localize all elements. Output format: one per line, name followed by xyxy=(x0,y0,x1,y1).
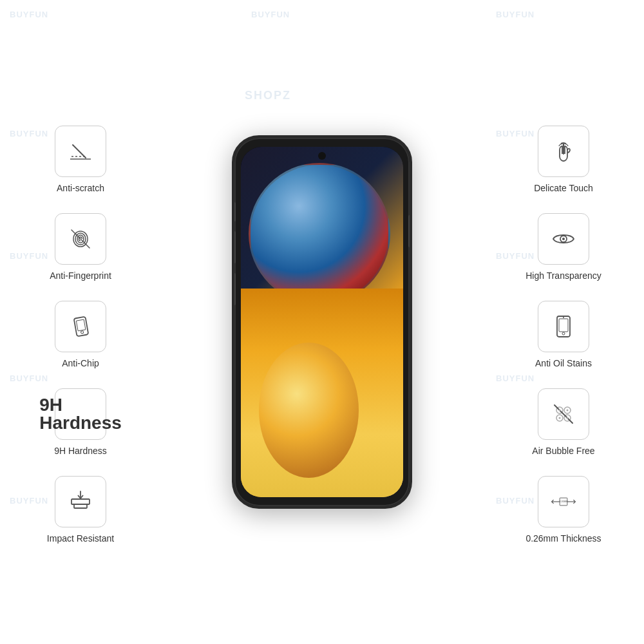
thickness-label: 0.26mm Thickness xyxy=(526,533,601,544)
svg-rect-5 xyxy=(76,319,86,331)
svg-rect-8 xyxy=(74,504,87,508)
high-transparency-label: High Transparency xyxy=(526,270,601,281)
watermark: BUYFUN xyxy=(251,10,290,19)
features-right: Delicate Touch High Transparency xyxy=(502,100,644,545)
anti-oil-stains-label: Anti Oil Stains xyxy=(535,357,592,369)
features-left: Anti-scratch Anti-Fingerp xyxy=(0,100,142,545)
phone-stain-icon xyxy=(549,312,578,341)
anti-fingerprint-icon-box xyxy=(55,213,106,265)
impact-icon-box xyxy=(55,476,106,527)
9h-text: 9H Hardness xyxy=(39,396,122,432)
delicate-touch-label: Delicate Touch xyxy=(534,182,593,194)
anti-chip-label: Anti-Chip xyxy=(62,357,99,369)
feature-impact-resistant: Impact Resistant xyxy=(19,476,142,544)
screen-circle xyxy=(249,163,390,305)
delicate-touch-icon-box xyxy=(538,126,589,177)
bubble-icon xyxy=(549,400,578,428)
svg-point-21 xyxy=(559,410,561,412)
chip-icon xyxy=(66,312,95,341)
svg-point-22 xyxy=(567,410,569,412)
phone-center xyxy=(142,135,502,509)
svg-point-23 xyxy=(559,417,561,419)
feature-delicate-touch: Delicate Touch xyxy=(502,126,625,194)
svg-point-6 xyxy=(80,330,84,334)
scratch-icon xyxy=(66,137,95,166)
air-bubble-free-label: Air Bubble Free xyxy=(532,445,594,457)
anti-scratch-icon-box xyxy=(55,126,106,177)
9h-icon-box: 9H Hardness xyxy=(55,388,106,440)
touch-icon xyxy=(549,137,578,166)
feature-high-transparency: High Transparency xyxy=(502,213,625,281)
svg-rect-7 xyxy=(71,499,90,504)
screen-background xyxy=(241,147,403,497)
feature-anti-oil-stains: Anti Oil Stains xyxy=(502,301,625,369)
feature-thickness: 0.26MM 0.26mm Thickness xyxy=(502,476,625,544)
svg-point-14 xyxy=(563,317,564,318)
thickness-svg-icon: 0.26MM xyxy=(549,488,578,516)
svg-rect-13 xyxy=(559,319,568,332)
watermark: BUYFUN xyxy=(10,10,48,19)
svg-text:0.26MM: 0.26MM xyxy=(559,501,567,504)
anti-chip-icon-box xyxy=(55,301,106,352)
eye-icon xyxy=(549,225,578,253)
svg-point-11 xyxy=(562,238,565,240)
svg-point-24 xyxy=(567,417,569,419)
9h-hardness-label: 9H Hardness xyxy=(54,445,107,457)
fingerprint-icon xyxy=(66,225,95,253)
anti-oil-icon-box xyxy=(538,301,589,352)
impact-icon xyxy=(66,488,95,516)
mute-button xyxy=(233,202,236,222)
anti-fingerprint-label: Anti-Fingerprint xyxy=(50,270,111,281)
air-bubble-icon-box xyxy=(538,388,589,440)
high-transparency-icon-box xyxy=(538,213,589,265)
volume-down-button xyxy=(233,273,236,305)
anti-scratch-label: Anti-scratch xyxy=(57,182,104,194)
feature-9h-hardness: 9H Hardness 9H Hardness xyxy=(19,388,142,457)
svg-point-15 xyxy=(562,332,565,335)
watermark: BUYFUN xyxy=(496,10,535,19)
power-button xyxy=(408,215,411,247)
phone-screen xyxy=(241,147,403,497)
main-container: BUYFUN BUYFUN BUYFUN BUYFUN BUYFUN BUYFU… xyxy=(0,0,644,644)
feature-anti-chip: Anti-Chip xyxy=(19,301,142,369)
thickness-icon-box: 0.26MM xyxy=(538,476,589,527)
impact-resistant-label: Impact Resistant xyxy=(47,533,114,544)
phone-mockup xyxy=(232,135,412,509)
volume-up-button xyxy=(233,231,236,263)
svg-line-0 xyxy=(73,145,86,158)
screen-oval xyxy=(259,343,359,478)
feature-anti-fingerprint: Anti-Fingerprint xyxy=(19,213,142,281)
camera-notch xyxy=(318,152,326,160)
svg-line-3 xyxy=(71,230,90,248)
feature-anti-scratch: Anti-scratch xyxy=(19,126,142,194)
shopz-watermark: SHOPZ xyxy=(245,89,291,102)
feature-air-bubble-free: Air Bubble Free xyxy=(502,388,625,457)
